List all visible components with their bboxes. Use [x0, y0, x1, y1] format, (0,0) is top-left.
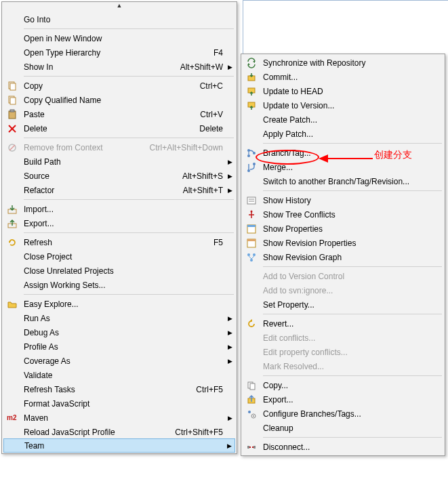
icon-placeholder — [3, 12, 21, 26]
icon-placeholder — [3, 339, 21, 354]
menu-item-reload-javascript-profile[interactable]: Reload JavaScript ProfileCtrl+Shift+F5 — [3, 425, 235, 439]
menu-item-run-as[interactable]: Run As▶ — [3, 311, 235, 325]
menu-item-copy-qualified-name[interactable]: Copy Qualified Name — [3, 93, 235, 107]
menu-item-delete[interactable]: DeleteDelete — [3, 121, 235, 136]
menu-item-create-patch[interactable]: Create Patch... — [243, 112, 443, 127]
menu-item-validate[interactable]: Validate — [3, 368, 235, 382]
menu-item-configure-branches-tags[interactable]: Configure Branches/Tags... — [243, 407, 443, 421]
icon-placeholder — [243, 174, 260, 188]
menu-item-shortcut: Alt+Shift+W — [175, 62, 223, 72]
menu-item-synchronize-with-repository[interactable]: Synchronize with Repository — [243, 56, 443, 70]
paste-icon — [3, 107, 21, 121]
commit-icon — [243, 70, 260, 84]
svg-rect-30 — [247, 239, 256, 241]
svn-copy-icon — [243, 378, 260, 392]
menu-item-branch-tag[interactable]: Branch/Tag... — [243, 146, 443, 160]
menu-item-maven[interactable]: m2Maven▶ — [3, 411, 235, 425]
menu-item-label: Easy Explore... — [21, 299, 223, 309]
menu-separator — [263, 314, 442, 314]
submenu-arrow-icon: ▶ — [228, 315, 232, 322]
menu-item-show-properties[interactable]: Show Properties — [243, 222, 443, 236]
icon-placeholder — [3, 396, 21, 411]
menu-item-open-type-hierarchy[interactable]: Open Type HierarchyF4 — [3, 45, 235, 60]
menu-item-revert[interactable]: Revert... — [243, 316, 443, 331]
menu-item-copy[interactable]: Copy... — [243, 378, 443, 392]
menu-item-update-to-head[interactable]: Update to HEAD — [243, 84, 443, 98]
svg-rect-5 — [10, 110, 14, 112]
icon-placeholder — [3, 382, 21, 396]
menu-separator — [24, 138, 234, 138]
menu-item-import[interactable]: Import... — [3, 202, 235, 216]
editor-background-panel — [243, 0, 448, 54]
menu-item-profile-as[interactable]: Profile As▶ — [3, 339, 235, 354]
menu-item-debug-as[interactable]: Debug As▶ — [3, 325, 235, 339]
menu-item-switch-to-another-branch-tag-revision[interactable]: Switch to another Branch/Tag/Revision... — [243, 174, 443, 188]
copy-icon — [3, 79, 21, 93]
menu-item-team[interactable]: Team▶ — [3, 438, 235, 453]
menu-item-show-history[interactable]: Show History — [243, 193, 443, 207]
remove-ctx-icon — [3, 140, 21, 154]
menu-item-refactor[interactable]: RefactorAlt+Shift+T▶ — [3, 183, 235, 197]
menu-item-update-to-version[interactable]: Update to Version... — [243, 98, 443, 112]
svg-marker-13 — [253, 60, 255, 63]
submenu-arrow-icon: ▶ — [228, 344, 232, 350]
menu-item-assign-working-sets[interactable]: Assign Working Sets... — [3, 278, 235, 292]
menu-item-label: Open Type Hierarchy — [21, 48, 208, 58]
menu-item-cleanup[interactable]: Cleanup — [243, 421, 443, 435]
menu-item-shortcut: Alt+Shift+S — [177, 171, 223, 181]
export-icon — [3, 216, 21, 230]
menu-item-copy[interactable]: CopyCtrl+C — [3, 79, 235, 93]
menu-item-disconnect[interactable]: Disconnect... — [243, 440, 443, 454]
menu-item-shortcut: Ctrl+Shift+F5 — [169, 428, 223, 437]
menu-item-set-property[interactable]: Set Property... — [243, 297, 443, 312]
annotation-text: 创建分支 — [374, 149, 412, 161]
svg-point-40 — [253, 415, 254, 417]
menu-item-label: Refresh — [21, 238, 208, 247]
menu-item-label: Go Into — [21, 15, 223, 24]
menu-item-label: Copy — [21, 81, 195, 91]
menu-item-export[interactable]: Export... — [243, 392, 443, 407]
import-icon — [3, 202, 21, 216]
menu-item-add-to-version-control: Add to Version Control — [243, 269, 443, 283]
menu-item-show-revision-properties[interactable]: Show Revision Properties — [243, 236, 443, 250]
menu-item-shortcut: Delete — [194, 124, 223, 133]
menu-item-shortcut: Ctrl+F5 — [190, 385, 223, 394]
icon-placeholder — [3, 264, 21, 278]
menu-item-paste[interactable]: PasteCtrl+V — [3, 107, 235, 121]
menu-item-export[interactable]: Export... — [3, 216, 235, 230]
menu-item-show-in[interactable]: Show InAlt+Shift+W▶ — [3, 60, 235, 74]
menu-item-coverage-as[interactable]: Coverage As▶ — [3, 354, 235, 368]
svg-rect-3 — [10, 98, 16, 104]
icon-placeholder — [3, 278, 21, 292]
menu-item-label: Close Unrelated Projects — [21, 266, 223, 276]
menu-scroll-up[interactable]: ▲ — [2, 2, 237, 11]
menu-item-label: Update to HEAD — [260, 87, 431, 96]
menu-item-go-into[interactable]: Go Into — [3, 12, 235, 26]
menu-item-label: Refactor — [21, 186, 178, 195]
menu-separator — [263, 190, 442, 191]
menu-item-open-in-new-window[interactable]: Open in New Window — [3, 31, 235, 45]
menu-item-close-project[interactable]: Close Project — [3, 249, 235, 264]
menu-item-source[interactable]: SourceAlt+Shift+S▶ — [3, 169, 235, 183]
menu-item-commit[interactable]: Commit... — [243, 70, 443, 84]
menu-item-edit-conflicts: Edit conflicts... — [243, 331, 443, 345]
menu-item-refresh-tasks[interactable]: Refresh TasksCtrl+F5 — [3, 382, 235, 396]
menu-item-remove-from-context: Remove from ContextCtrl+Alt+Shift+Down — [3, 140, 235, 154]
menu-item-label: Show Tree Conflicts — [260, 210, 431, 220]
menu-item-show-revision-graph[interactable]: Show Revision Graph — [243, 250, 443, 264]
menu-item-format-javascript[interactable]: Format JavaScript — [3, 396, 235, 411]
submenu-arrow-icon: ▶ — [228, 358, 232, 365]
menu-item-label: Export... — [21, 219, 223, 228]
menu-item-edit-property-conflicts: Edit property conflicts... — [243, 345, 443, 359]
menu-item-merge[interactable]: Merge... — [243, 160, 443, 174]
menu-item-close-unrelated-projects[interactable]: Close Unrelated Projects — [3, 264, 235, 278]
menu-item-show-tree-conflicts[interactable]: Show Tree Conflicts — [243, 207, 443, 222]
menu-item-build-path[interactable]: Build Path▶ — [3, 154, 235, 169]
menu-item-refresh[interactable]: RefreshF5 — [3, 235, 235, 249]
m2-icon: m2 — [3, 411, 21, 425]
properties-icon — [243, 222, 260, 236]
menu-item-easy-explore[interactable]: Easy Explore... — [3, 297, 235, 311]
submenu-arrow-icon: ▶ — [227, 442, 232, 449]
menu-item-apply-patch[interactable]: Apply Patch... — [243, 127, 443, 141]
icon-placeholder — [243, 269, 260, 283]
